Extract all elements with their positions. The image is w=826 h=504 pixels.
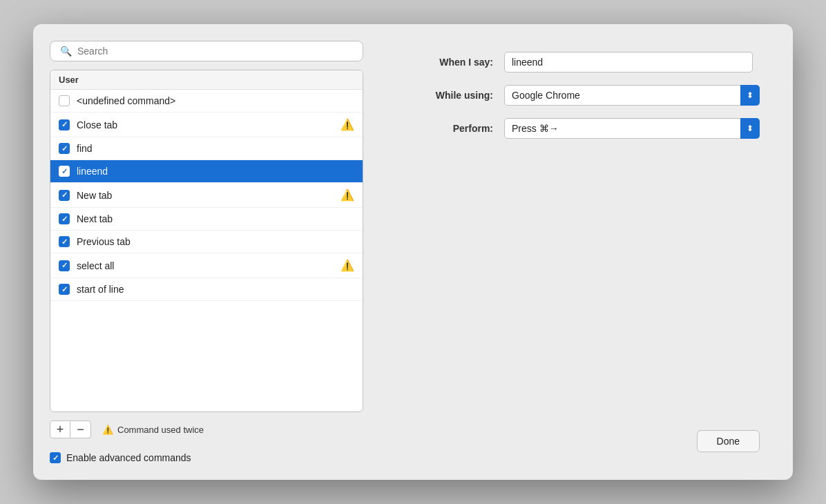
right-bottom: Done	[396, 430, 760, 452]
item-label: Previous tab	[77, 236, 354, 247]
warning-icon: ⚠️	[340, 188, 354, 202]
bottom-bar: + − ⚠️ Command used twice	[50, 420, 363, 438]
perform-label: Perform:	[396, 123, 493, 134]
item-label: select all	[77, 260, 340, 271]
done-button[interactable]: Done	[697, 430, 760, 452]
when-i-say-input[interactable]	[504, 52, 753, 72]
search-input[interactable]	[77, 46, 353, 57]
item-checkbox[interactable]	[59, 190, 70, 201]
warning-icon: ⚠️	[340, 259, 354, 272]
right-panel: When I say: While using: Any Application…	[380, 41, 776, 463]
list-item[interactable]: find	[50, 137, 363, 160]
warning-note: ⚠️ Command used twice	[102, 425, 204, 435]
list-item[interactable]: lineend	[50, 160, 363, 183]
item-checkbox[interactable]	[59, 119, 70, 130]
list-item[interactable]: Next tab	[50, 208, 363, 231]
warning-icon: ⚠️	[340, 118, 354, 131]
while-using-row: While using: Any ApplicationGoogle Chrom…	[396, 85, 760, 106]
item-checkbox[interactable]	[59, 95, 70, 106]
search-icon: 🔍	[60, 46, 72, 57]
perform-row: Perform: Press ⌘→Press ⇧⌘→Press ⌘← ⬍	[396, 118, 760, 139]
remove-button[interactable]: −	[70, 420, 91, 438]
while-using-select-container: Any ApplicationGoogle ChromeSafariFirefo…	[504, 85, 760, 106]
item-checkbox[interactable]	[59, 260, 70, 271]
add-button[interactable]: +	[50, 420, 70, 438]
item-checkbox[interactable]	[59, 284, 70, 295]
item-label: New tab	[77, 190, 340, 201]
item-checkbox[interactable]	[59, 166, 70, 177]
item-label: start of line	[77, 284, 354, 295]
item-label: <undefined command>	[77, 95, 354, 106]
when-i-say-label: When I say:	[396, 57, 493, 68]
enable-row: Enable advanced commands	[50, 452, 363, 463]
list-item[interactable]: <undefined command>	[50, 90, 363, 113]
list-item[interactable]: Previous tab	[50, 231, 363, 253]
item-label: find	[77, 143, 354, 154]
warning-note-text: Command used twice	[117, 425, 204, 435]
dialog: 🔍 User <undefined command>Close tab⚠️fin…	[33, 24, 793, 480]
item-checkbox[interactable]	[59, 143, 70, 154]
item-label: lineend	[77, 166, 354, 177]
list-item[interactable]: start of line	[50, 278, 363, 301]
left-panel: 🔍 User <undefined command>Close tab⚠️fin…	[50, 41, 363, 463]
perform-select[interactable]: Press ⌘→Press ⇧⌘→Press ⌘←	[504, 118, 760, 139]
warning-icon-note: ⚠️	[102, 425, 113, 435]
item-checkbox[interactable]	[59, 213, 70, 224]
item-label: Next tab	[77, 213, 354, 224]
perform-select-container: Press ⌘→Press ⇧⌘→Press ⌘← ⬍	[504, 118, 760, 139]
enable-advanced-checkbox[interactable]	[50, 452, 61, 463]
when-i-say-row: When I say:	[396, 52, 760, 72]
item-label: Close tab	[77, 119, 340, 130]
list-item[interactable]: New tab⚠️	[50, 183, 363, 208]
while-using-select[interactable]: Any ApplicationGoogle ChromeSafariFirefo…	[504, 85, 760, 106]
enable-advanced-label: Enable advanced commands	[66, 452, 191, 463]
section-header: User	[50, 70, 363, 90]
commands-list: User <undefined command>Close tab⚠️findl…	[50, 70, 363, 412]
search-bar: 🔍	[50, 41, 363, 61]
item-checkbox[interactable]	[59, 236, 70, 247]
list-item[interactable]: select all⚠️	[50, 253, 363, 278]
list-item[interactable]: Close tab⚠️	[50, 113, 363, 137]
while-using-label: While using:	[396, 90, 493, 101]
